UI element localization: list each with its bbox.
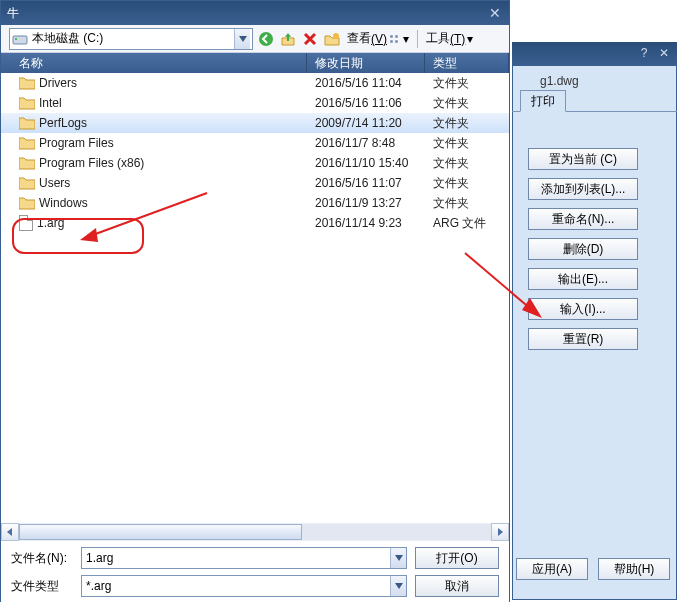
file-date: 2016/11/10 15:40: [307, 156, 425, 170]
dialog-toolbar: 本地磁盘 (C:) 查看(V)▾ 工具(T)▾: [1, 25, 509, 53]
up-icon[interactable]: [279, 30, 297, 48]
file-date: 2016/5/16 11:06: [307, 96, 425, 110]
file-type: 文件夹: [425, 155, 509, 172]
scroll-left-icon[interactable]: [1, 523, 19, 541]
filetype-input-wrap: [81, 575, 407, 597]
file-date: 2016/11/7 8:48: [307, 136, 425, 150]
horizontal-scrollbar[interactable]: [1, 523, 509, 541]
location-dropdown[interactable]: [234, 29, 250, 49]
file-open-dialog: 牛 ✕ 本地磁盘 (C:) 查看(V)▾ 工具(T)▾ 名称 修改日期 类型 D…: [0, 0, 510, 602]
folder-icon: [19, 176, 35, 190]
bottom-button-row: 应用(A) 帮助(H): [516, 558, 670, 580]
column-date[interactable]: 修改日期: [307, 53, 425, 73]
export-button[interactable]: 输出(E)...: [528, 268, 638, 290]
file-name: Windows: [39, 196, 88, 210]
filename-input[interactable]: [82, 551, 390, 565]
set-current-button[interactable]: 置为当前 (C): [528, 148, 638, 170]
tools-menu[interactable]: 工具(T)▾: [424, 30, 475, 47]
scroll-thumb[interactable]: [19, 524, 302, 540]
import-button[interactable]: 输入(I)...: [528, 298, 638, 320]
delete-icon[interactable]: [301, 30, 319, 48]
svg-rect-1: [15, 38, 17, 40]
close-icon[interactable]: ✕: [657, 46, 671, 60]
add-to-list-button[interactable]: 添加到列表(L)...: [528, 178, 638, 200]
svg-rect-5: [395, 35, 398, 38]
toolbar-separator: [417, 30, 418, 48]
file-type: 文件夹: [425, 75, 509, 92]
file-date: 2016/5/16 11:04: [307, 76, 425, 90]
view-underline: (V): [371, 32, 387, 46]
folder-icon: [19, 156, 35, 170]
disk-icon: [12, 31, 28, 47]
file-type: ARG 文件: [425, 215, 509, 232]
file-name: PerfLogs: [39, 116, 87, 130]
close-icon[interactable]: ✕: [487, 5, 503, 21]
filetype-input[interactable]: [82, 579, 390, 593]
scroll-right-icon[interactable]: [491, 523, 509, 541]
location-combo[interactable]: 本地磁盘 (C:): [9, 28, 253, 50]
file-list: 名称 修改日期 类型 Drivers2016/5/16 11:04文件夹Inte…: [1, 53, 509, 541]
chevron-down-icon: ▾: [467, 32, 473, 46]
file-date: 2016/11/9 13:27: [307, 196, 425, 210]
file-name: 1.arg: [37, 216, 64, 230]
rename-button[interactable]: 重命名(N)...: [528, 208, 638, 230]
column-name[interactable]: 名称: [1, 53, 307, 73]
file-type: 文件夹: [425, 135, 509, 152]
file-rows: Drivers2016/5/16 11:04文件夹Intel2016/5/16 …: [1, 73, 509, 521]
file-name: Program Files: [39, 136, 114, 150]
file-name: Users: [39, 176, 70, 190]
svg-point-2: [259, 32, 273, 46]
folder-icon: [19, 196, 35, 210]
file-icon: [19, 215, 33, 231]
file-row[interactable]: 1.arg2016/11/14 9:23ARG 文件: [1, 213, 509, 233]
filename-dropdown[interactable]: [390, 548, 406, 568]
new-folder-icon[interactable]: [323, 30, 341, 48]
column-type[interactable]: 类型: [425, 53, 509, 73]
file-date: 2016/11/14 9:23: [307, 216, 425, 230]
file-row[interactable]: Windows2016/11/9 13:27文件夹: [1, 193, 509, 213]
cancel-button[interactable]: 取消: [415, 575, 499, 597]
location-text: 本地磁盘 (C:): [32, 30, 103, 47]
folder-icon: [19, 136, 35, 150]
file-type: 文件夹: [425, 195, 509, 212]
folder-icon: [19, 96, 35, 110]
dialog-titlebar[interactable]: 牛 ✕: [1, 1, 509, 25]
background-filename: g1.dwg: [540, 74, 579, 88]
column-headers: 名称 修改日期 类型: [1, 53, 509, 73]
side-button-column: 置为当前 (C)添加到列表(L)...重命名(N)...删除(D)输出(E)..…: [528, 148, 638, 350]
file-type: 文件夹: [425, 175, 509, 192]
file-name: Intel: [39, 96, 62, 110]
open-button[interactable]: 打开(O): [415, 547, 499, 569]
filetype-label: 文件类型: [11, 578, 73, 595]
svg-rect-6: [390, 40, 393, 43]
file-name: Program Files (x86): [39, 156, 144, 170]
apply-button[interactable]: 应用(A): [516, 558, 588, 580]
file-row[interactable]: Users2016/5/16 11:07文件夹: [1, 173, 509, 193]
file-row[interactable]: Drivers2016/5/16 11:04文件夹: [1, 73, 509, 93]
svg-rect-7: [395, 40, 398, 43]
reset-button[interactable]: 重置(R): [528, 328, 638, 350]
print-tab[interactable]: 打印: [520, 90, 566, 112]
view-label: 查看: [347, 30, 371, 47]
svg-rect-4: [390, 35, 393, 38]
file-row[interactable]: Program Files2016/11/7 8:48文件夹: [1, 133, 509, 153]
dialog-bottom: 文件名(N): 打开(O) 文件类型 取消: [1, 541, 509, 602]
file-type: 文件夹: [425, 95, 509, 112]
filetype-dropdown[interactable]: [390, 576, 406, 596]
filename-label: 文件名(N):: [11, 550, 73, 567]
file-row[interactable]: PerfLogs2009/7/14 11:20文件夹: [1, 113, 509, 133]
file-row[interactable]: Program Files (x86)2016/11/10 15:40文件夹: [1, 153, 509, 173]
view-menu[interactable]: 查看(V)▾: [345, 30, 411, 47]
file-type: 文件夹: [425, 115, 509, 132]
file-date: 2009/7/14 11:20: [307, 116, 425, 130]
help-icon[interactable]: ?: [637, 46, 651, 60]
delete-button[interactable]: 删除(D): [528, 238, 638, 260]
help-button[interactable]: 帮助(H): [598, 558, 670, 580]
back-icon[interactable]: [257, 30, 275, 48]
view-small-icon: [389, 34, 399, 44]
scroll-track[interactable]: [19, 524, 491, 540]
folder-icon: [19, 76, 35, 90]
dialog-title: 牛: [7, 5, 19, 22]
settings-titlebar: ? ✕: [512, 42, 677, 66]
file-row[interactable]: Intel2016/5/16 11:06文件夹: [1, 93, 509, 113]
